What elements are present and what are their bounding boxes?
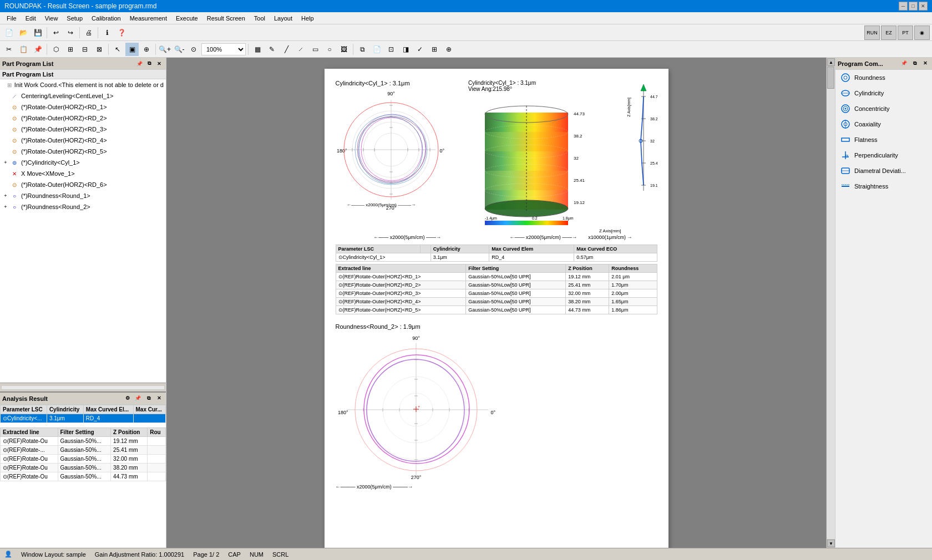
pt-button[interactable]: PT <box>898 26 913 40</box>
tb-btn5[interactable]: ⬡ <box>49 43 63 56</box>
tb-btn15[interactable]: ▭ <box>308 43 322 56</box>
scroll-up-btn[interactable]: ▲ <box>827 58 835 66</box>
right-item-coaxiality[interactable]: Coaxiality <box>835 116 932 132</box>
right-close-icon[interactable]: ✕ <box>921 59 930 68</box>
redo-button[interactable]: ↪ <box>64 26 77 39</box>
save-button[interactable]: 💾 <box>31 26 44 39</box>
cut-button[interactable]: ✂ <box>2 43 16 56</box>
close-panel-icon[interactable]: ✕ <box>155 59 164 68</box>
analysis-main-row[interactable]: ⊙Cylindricity<... 3.1μm RD_4 <box>1 414 166 423</box>
tb-btn11[interactable]: ▦ <box>251 43 264 56</box>
scroll-thumb[interactable] <box>827 67 834 89</box>
menu-result-screen[interactable]: Result Screen <box>202 14 250 23</box>
info-button[interactable]: ℹ <box>100 26 114 39</box>
tree-node-rotate1[interactable]: ⊙ (*)Rotate-Outer(HORZ)<RD_1> <box>0 101 166 113</box>
paste-button[interactable]: 📌 <box>31 43 44 56</box>
pin-icon[interactable]: 📌 <box>135 59 144 68</box>
right-item-straightness[interactable]: Straightness <box>835 179 932 194</box>
right-item-cylindricity[interactable]: Cylindricity <box>835 85 932 101</box>
right-item-roundness[interactable]: Roundness <box>835 70 932 85</box>
open-button[interactable]: 📂 <box>17 26 30 39</box>
menu-measurement[interactable]: Measurement <box>125 14 171 23</box>
undo-button[interactable]: ↩ <box>49 26 63 39</box>
right-pin-icon[interactable]: 📌 <box>900 59 909 68</box>
tb-btn17[interactable]: 🖼 <box>337 43 351 56</box>
detail-row-2[interactable]: ⊙(REF)Rotate-... Gaussian-50%... 25.41 m… <box>1 446 166 455</box>
tree-node-rotate3[interactable]: ⊙ (*)Rotate-Outer(HORZ)<RD_3> <box>0 124 166 135</box>
detail-row-3[interactable]: ⊙(REF)Rotate-Ou Gaussian-50%... 32.00 mm <box>1 455 166 464</box>
menu-view[interactable]: View <box>40 14 63 23</box>
center-vscroll[interactable]: ▲ ▼ <box>826 58 835 548</box>
tb-btn9[interactable]: ▣ <box>125 43 139 56</box>
tb-btn7[interactable]: ⊟ <box>78 43 92 56</box>
analysis-settings-icon[interactable]: ⚙ <box>123 394 132 403</box>
tree-node-round1[interactable]: + ○ (*)Roundness<Round_1> <box>0 190 166 201</box>
right-item-perpendicularity[interactable]: Perpendicularity <box>835 147 932 163</box>
tb-btn21[interactable]: ◨ <box>399 43 412 56</box>
tree-hscroll[interactable] <box>0 383 166 391</box>
tree-node-rotate4[interactable]: ⊙ (*)Rotate-Outer(HORZ)<RD_4> <box>0 135 166 146</box>
tree-node-rotate6[interactable]: ⊙ (*)Rotate-Outer(HORZ)<RD_6> <box>0 179 166 190</box>
analysis-float-icon[interactable]: ⧉ <box>144 394 153 403</box>
analysis-table-container[interactable]: Parameter LSC Cylindricity Max Curved El… <box>0 405 166 548</box>
zoom-out-button[interactable]: 🔍- <box>173 43 186 56</box>
maximize-button[interactable]: □ <box>909 2 918 11</box>
menu-calibration[interactable]: Calibration <box>87 14 125 23</box>
print-button[interactable]: 🖨 <box>82 26 95 39</box>
tree-node-rotate5[interactable]: ⊙ (*)Rotate-Outer(HORZ)<RD_5> <box>0 146 166 157</box>
zoom-in-button[interactable]: 🔍+ <box>158 43 171 56</box>
extra-button[interactable]: ◉ <box>914 26 930 40</box>
menu-setup[interactable]: Setup <box>62 14 87 23</box>
expand-round2[interactable]: + <box>2 203 9 210</box>
right-float-icon[interactable]: ⧉ <box>910 59 919 68</box>
right-item-flatness[interactable]: Flatness <box>835 132 932 147</box>
expand-cyl1[interactable]: + <box>2 159 9 166</box>
menu-execute[interactable]: Execute <box>171 14 202 23</box>
run-icon-button[interactable]: RUN <box>864 26 880 40</box>
tb-btn24[interactable]: ⊕ <box>442 43 455 56</box>
tb-btn14[interactable]: ⟋ <box>294 43 307 56</box>
tb-btn12[interactable]: ✎ <box>265 43 278 56</box>
tree-node-rotate2[interactable]: ⊙ (*)Rotate-Outer(HORZ)<RD_2> <box>0 113 166 124</box>
tb-btn13[interactable]: ╱ <box>280 43 293 56</box>
tb-btn10[interactable]: ⊕ <box>140 43 153 56</box>
tb-btn16[interactable]: ○ <box>323 43 336 56</box>
menu-tool[interactable]: Tool <box>250 14 270 23</box>
select-button[interactable]: ↖ <box>111 43 124 56</box>
center-content[interactable]: Cylindricity<Cyl_1> : 3.1μm 90° 180° 0° … <box>166 58 835 548</box>
detail-row-4[interactable]: ⊙(REF)Rotate-Ou Gaussian-50%... 38.20 mm <box>1 464 166 472</box>
tree-node-xmove[interactable]: ✕ X Move<XMove_1> <box>0 168 166 179</box>
expand-round1[interactable]: + <box>2 192 9 199</box>
right-item-concentricity[interactable]: Concentricity <box>835 101 932 116</box>
detail-row-5[interactable]: ⊙(REF)Rotate-Ou Gaussian-50%... 44.73 mm <box>1 472 166 481</box>
ez-button[interactable]: EZ <box>881 26 896 40</box>
tb-btn23[interactable]: ⊞ <box>428 43 441 56</box>
tb-btn22[interactable]: ✓ <box>413 43 427 56</box>
menu-layout[interactable]: Layout <box>270 14 297 23</box>
scroll-down-btn[interactable]: ▼ <box>827 539 835 547</box>
analysis-pin-icon[interactable]: 📌 <box>134 394 143 403</box>
minimize-button[interactable]: ─ <box>899 2 908 11</box>
copy-button[interactable]: 📋 <box>17 43 30 56</box>
tree-node-init[interactable]: ⊞ Init Work Coord.<This element is not a… <box>0 79 166 90</box>
right-item-diametral-deviation[interactable]: Diametral Deviati... <box>835 163 932 179</box>
part-program-tree[interactable]: ⊞ Init Work Coord.<This element is not a… <box>0 79 166 383</box>
zoom-select[interactable]: 100% 50% 75% 125% 150% <box>201 43 246 55</box>
tb-btn8[interactable]: ⊠ <box>93 43 106 56</box>
new-button[interactable]: 📄 <box>2 26 16 39</box>
float-icon[interactable]: ⧉ <box>145 59 154 68</box>
menu-file[interactable]: File <box>2 14 21 23</box>
scroll-track[interactable] <box>827 67 835 539</box>
close-button[interactable]: ✕ <box>919 2 928 11</box>
menu-edit[interactable]: Edit <box>21 14 40 23</box>
analysis-close-icon[interactable]: ✕ <box>155 394 164 403</box>
tree-node-cyl1[interactable]: + ⊚ (*)Cylindricity<Cyl_1> <box>0 157 166 168</box>
tb-btn18[interactable]: ⧉ <box>356 43 369 56</box>
menu-help[interactable]: Help <box>297 14 318 23</box>
report-scroll-area[interactable]: Cylindricity<Cyl_1> : 3.1μm 90° 180° 0° … <box>166 58 826 548</box>
tree-node-centering[interactable]: ⟋ Centering/Leveling<CentLevel_1> <box>0 90 166 101</box>
tb-btn19[interactable]: 📄 <box>370 43 383 56</box>
tree-node-round2[interactable]: + ○ (*)Roundness<Round_2> <box>0 201 166 212</box>
detail-row-1[interactable]: ⊙(REF)Rotate-Ou Gaussian-50%... 19.12 mm <box>1 437 166 446</box>
help-cursor-button[interactable]: ❓ <box>115 26 128 39</box>
